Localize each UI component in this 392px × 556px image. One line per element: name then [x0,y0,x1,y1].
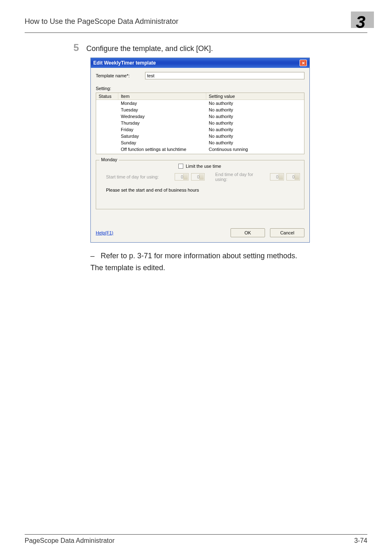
detail-hint: Please set the start and end of business… [100,188,300,192]
template-name-label: Template name*: [96,73,145,78]
refer-text: – Refer to p. 3-71 for more information … [90,250,367,262]
table-row[interactable]: Friday No authority [96,126,304,133]
dialog-titlebar: Edit WeeklyTimer template ✕ [91,58,309,68]
settings-table[interactable]: Status Item Setting value Monday No auth… [96,93,304,154]
table-row[interactable]: Wednesday No authority [96,113,304,120]
start-min-spinner[interactable]: 0 [191,173,205,181]
detail-title: Monday [99,157,119,162]
col-header-item[interactable]: Item [118,93,206,100]
dialog-title-text: Edit WeeklyTimer template [93,60,156,66]
table-row[interactable]: Sunday No authority [96,139,304,146]
chapter-number: 3 [356,12,365,32]
table-row[interactable]: Thursday No authority [96,120,304,126]
cancel-button[interactable]: Cancel [270,228,304,237]
col-header-value[interactable]: Setting value [206,93,304,100]
edited-text: The template is edited. [90,262,367,274]
dialog-edit-weeklytimer: Edit WeeklyTimer template ✕ Template nam… [90,58,310,243]
footer-right: 3-74 [354,537,367,544]
end-min-spinner[interactable]: 0 [286,173,300,181]
step-number: 5 [70,42,86,53]
step-text: Configure the template, and click [OK]. [86,42,213,53]
table-row[interactable]: Monday No authority [96,100,304,107]
setting-label: Setting: [96,86,304,91]
chapter-badge: 3 [351,12,380,32]
help-link[interactable]: Help(F1) [96,230,113,235]
footer-left: PageScope Data Administrator [25,537,115,544]
table-row[interactable]: Set a password for using during off-ho..… [96,153,304,154]
start-hour-spinner[interactable]: 0 [175,173,188,181]
template-name-input[interactable] [145,72,304,79]
detail-panel: Monday Limit the use time Start time of … [96,160,304,209]
start-time-label: Start time of day for using: [100,174,172,179]
table-row[interactable]: Tuesday No authority [96,107,304,113]
table-row[interactable]: Off function settings at lunchtime Conti… [96,146,304,153]
table-row[interactable]: Saturday No authority [96,133,304,139]
end-hour-spinner[interactable]: 0 [270,173,284,181]
close-icon[interactable]: ✕ [300,60,307,66]
col-header-status[interactable]: Status [96,93,118,100]
limit-use-time-checkbox[interactable] [178,164,183,169]
ok-button[interactable]: OK [231,228,265,237]
end-time-label: End time of day for using: [215,172,265,182]
limit-use-time-label: Limit the use time [186,164,221,169]
header-title: How to Use the PageScope Data Administra… [25,12,178,26]
